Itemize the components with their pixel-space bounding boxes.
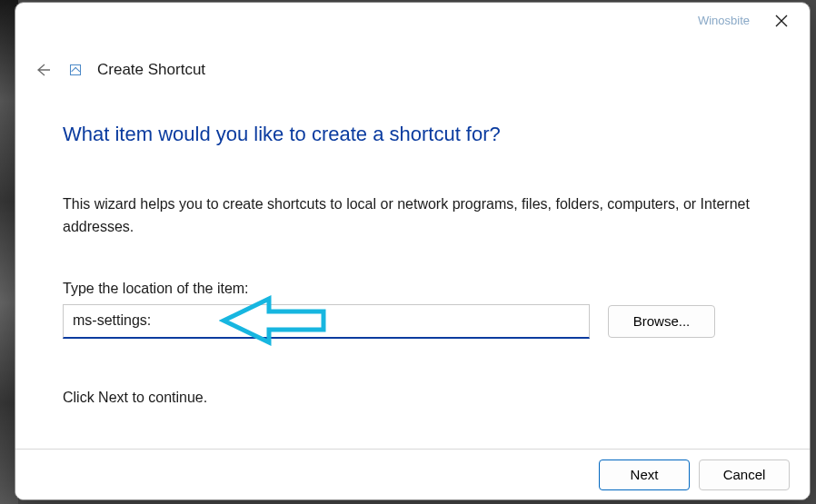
dialog-footer: Next Cancel [15, 449, 810, 499]
watermark-text: Winosbite [698, 14, 750, 27]
continue-hint: Click Next to continue. [63, 390, 766, 406]
dialog-header: Create Shortcut [15, 57, 810, 83]
location-row: Browse... [63, 304, 766, 339]
browse-button[interactable]: Browse... [608, 305, 715, 338]
next-button[interactable]: Next [599, 460, 690, 490]
cancel-button[interactable]: Cancel [699, 460, 790, 490]
back-arrow-icon [34, 61, 52, 79]
back-button[interactable] [30, 57, 55, 83]
titlebar: Winosbite [15, 3, 810, 41]
wizard-heading: What item would you like to create a sho… [63, 123, 766, 146]
location-label: Type the location of the item: [63, 281, 766, 297]
location-input[interactable] [63, 304, 590, 339]
create-shortcut-dialog: Winosbite Create Shortcut What item woul… [15, 2, 811, 500]
dialog-content: What item would you like to create a sho… [15, 83, 810, 406]
close-icon [775, 15, 788, 27]
dialog-title: Create Shortcut [97, 61, 205, 79]
shortcut-icon [70, 64, 81, 75]
close-button[interactable] [761, 6, 802, 35]
wizard-description: This wizard helps you to create shortcut… [63, 193, 766, 239]
